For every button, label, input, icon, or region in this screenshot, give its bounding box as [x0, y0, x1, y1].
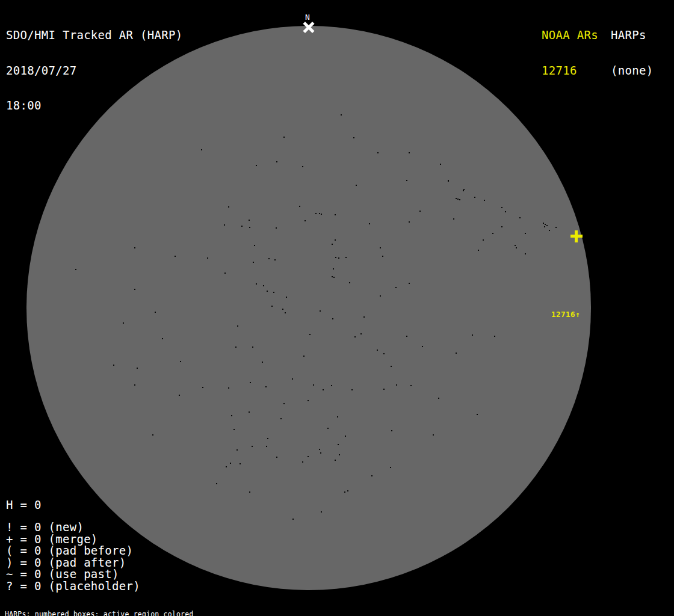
- speckle-dot: [256, 165, 257, 166]
- speckle-dot: [262, 362, 263, 363]
- speckle-dot: [137, 368, 138, 369]
- speckle-dot: [321, 214, 322, 215]
- harps-heading: HARPs: [611, 29, 653, 42]
- speckle-dot: [320, 452, 321, 454]
- legend-flag-list: ! = 0 (new)+ = 0 (merge)( = 0 (pad befor…: [6, 522, 140, 592]
- speckle-dot: [456, 198, 457, 199]
- speckle-dot: [252, 446, 253, 447]
- speckle-dot: [134, 289, 135, 290]
- speckle-dot: [546, 225, 548, 226]
- speckle-dot: [252, 346, 253, 348]
- speckle-dot: [201, 149, 202, 150]
- speckle-dot: [321, 511, 322, 513]
- speckle-dot: [263, 285, 264, 286]
- speckle-dot: [544, 226, 545, 227]
- speckle-dot: [448, 180, 449, 181]
- speckle-dot: [224, 273, 226, 274]
- harps-value: (none): [611, 65, 653, 77]
- speckle-dot: [409, 152, 410, 153]
- noaa-ars-heading: NOAA ARs: [542, 29, 598, 42]
- speckle-dot: [409, 221, 410, 223]
- noaa-ar-number: 12716: [542, 65, 598, 77]
- speckle-dot: [179, 395, 180, 396]
- speckle-dot: [353, 137, 354, 138]
- speckle-dot: [440, 164, 441, 165]
- harp-count-line: H = 0: [6, 499, 42, 511]
- noaa-ar-cross-marker: [570, 230, 583, 242]
- speckle-dot: [152, 434, 153, 436]
- speckle-dot: [320, 310, 321, 312]
- speckle-dot: [250, 382, 251, 383]
- speckle-dot: [395, 287, 397, 288]
- speckle-dot: [333, 268, 334, 270]
- speckle-dot: [224, 224, 225, 226]
- speckle-dot: [180, 361, 181, 362]
- speckle-dot: [327, 428, 329, 429]
- speckle-dot: [477, 414, 478, 415]
- speckle-dot: [237, 449, 238, 451]
- speckle-dot: [354, 336, 356, 337]
- speckle-dot: [303, 356, 305, 357]
- speckle-dot: [319, 449, 320, 450]
- speckle-dot: [286, 297, 287, 298]
- speckle-dot: [483, 239, 484, 241]
- speckle-dot: [406, 180, 407, 181]
- speckle-dot: [494, 336, 495, 337]
- speckle-dot: [390, 467, 391, 468]
- speckle-dot: [207, 257, 208, 259]
- speckle-dot: [249, 411, 250, 413]
- speckle-dot: [474, 197, 475, 198]
- speckle-dot: [134, 384, 135, 386]
- legend-item: ? = 0 (placeholder): [6, 581, 140, 593]
- speckle-dot: [337, 416, 338, 417]
- speckle-dot: [276, 161, 277, 162]
- speckle-dot: [134, 247, 135, 248]
- speckle-dot: [299, 206, 300, 207]
- speckle-dot: [319, 213, 320, 214]
- speckle-dot: [338, 444, 339, 445]
- speckle-dot: [339, 454, 340, 455]
- speckle-dot: [347, 490, 348, 491]
- speckle-dot: [276, 227, 277, 229]
- speckle-dot: [249, 220, 250, 221]
- speckle-dot: [216, 483, 217, 484]
- speckle-dot: [335, 214, 336, 215]
- speckle-dot: [230, 463, 231, 464]
- speckle-dot: [267, 291, 268, 292]
- speckle-dot: [332, 276, 333, 277]
- date-label: 2018/07/27: [6, 65, 182, 77]
- speckle-dot: [273, 292, 274, 293]
- speckle-dot: [256, 283, 257, 285]
- speckle-dot: [276, 457, 277, 458]
- speckle-dot: [409, 283, 410, 284]
- speckle-dot: [383, 353, 385, 354]
- speckle-dot: [249, 227, 250, 228]
- speckle-dot: [369, 223, 370, 224]
- speckle-dot: [226, 466, 227, 467]
- harp-tracking-view: SDO/HMI Tracked AR (HARP) 2018/07/27 18:…: [0, 0, 674, 616]
- page-title: SDO/HMI Tracked AR (HARP): [6, 29, 182, 42]
- speckle-dot: [271, 306, 273, 307]
- speckle-dot: [315, 213, 317, 214]
- speckle-dot: [123, 322, 124, 324]
- speckle-dot: [363, 316, 365, 318]
- speckle-dot: [456, 353, 457, 354]
- speckle-dot: [175, 256, 176, 257]
- speckle-dot: [377, 152, 379, 153]
- speckle-dot: [335, 239, 336, 241]
- speckle-dot: [463, 190, 464, 191]
- speckle-dot: [266, 446, 267, 447]
- speckle-dot: [332, 244, 333, 245]
- speckle-dot: [331, 385, 332, 386]
- speckle-dot: [391, 430, 392, 431]
- north-pole-x-marker: [301, 20, 316, 35]
- speckle-dot: [377, 350, 378, 351]
- speckle-dot: [549, 230, 550, 231]
- legend-item: ~ = 0 (use past): [6, 568, 140, 581]
- speckle-dot: [382, 256, 383, 257]
- noaa-ar-number-label: 12716↑: [551, 311, 580, 319]
- speckle-dot: [249, 491, 250, 493]
- speckle-dot: [305, 220, 306, 221]
- speckle-dot: [380, 247, 381, 248]
- caption-line-harps: HARPs: numbered boxes; active region col…: [5, 611, 253, 616]
